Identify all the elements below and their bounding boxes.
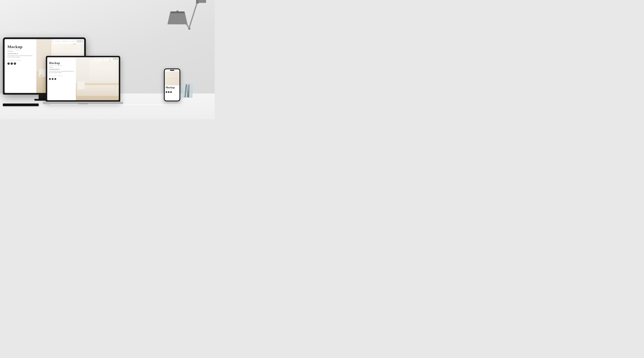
laptop-site-title: Mockup [49, 62, 74, 65]
pencil-2 [186, 84, 188, 97]
phone-social-pinterest[interactable]: P [166, 91, 167, 93]
monitor-social-facebook[interactable]: f [10, 63, 13, 65]
svg-line-0 [189, 2, 198, 29]
phone-social-facebook[interactable]: f [168, 91, 170, 93]
laptop-social-instagram[interactable]: O [54, 78, 56, 80]
laptop-nav-about[interactable]: ABOUT US [102, 59, 107, 59]
laptop-site-right: 🌿 🌿 CONTACT ABOUT US SHOP [76, 57, 119, 100]
monitor-site-hashtag: #YOURDESIGNHERE [8, 60, 34, 61]
phone-site-title: Mockup [166, 86, 178, 89]
laptop-body [43, 102, 123, 104]
laptop: Mockup LESS IS MORE Lorem ipsum dolor si… [46, 56, 120, 102]
phone-wrap: PLACE YOUR DESIGN HERE Mockup LESS IS MO… [164, 69, 180, 101]
laptop-site-left: Mockup LESS IS MORE Lorem ipsum dolor si… [47, 57, 76, 100]
scene: Mockup LESS IS MORE Lorem ipsum dolor si… [0, 0, 215, 119]
pencil-cup [182, 84, 192, 98]
phone-website: PLACE YOUR DESIGN HERE Mockup LESS IS MO… [165, 69, 180, 101]
laptop-site-divider [49, 67, 53, 67]
monitor-site-nav: CONTACT ABOUT US SHOP HOME [54, 39, 84, 43]
laptop-nav-home[interactable]: HOME [113, 58, 118, 60]
pencil-3 [188, 84, 189, 97]
pencil-holder [182, 84, 192, 101]
phone-screen: PLACE YOUR DESIGN HERE Mockup LESS IS MO… [165, 69, 180, 101]
monitor-site-subtitle: LESS IS MORE [8, 49, 34, 51]
phone-site-content: Mockup LESS IS MORE P f O [165, 85, 180, 101]
phone-social-icons: P f O [166, 91, 178, 93]
laptop-site-hashtag: #YOURDESIGNHERE [49, 75, 74, 76]
phone-site-subtitle: LESS IS MORE [166, 89, 178, 90]
laptop-social-icons: P f O [49, 78, 74, 80]
laptop-nav-shop[interactable]: SHOP [109, 59, 112, 59]
monitor-social-icons: P f O [8, 63, 34, 65]
desk-lamp [149, 0, 206, 50]
monitor-nav-home[interactable]: HOME [77, 40, 83, 42]
svg-point-3 [188, 28, 190, 30]
monitor-site-body: Lorem ipsum dolor sit amet, consectetur … [8, 55, 34, 58]
monitor-nav-contact[interactable]: CONTACT [55, 41, 60, 42]
phone: PLACE YOUR DESIGN HERE Mockup LESS IS MO… [164, 69, 180, 101]
monitor-social-instagram[interactable]: O [14, 63, 16, 65]
phone-social-instagram[interactable]: O [170, 91, 172, 93]
laptop-wrap: Mockup LESS IS MORE Lorem ipsum dolor si… [46, 56, 120, 104]
monitor-site-lead: Lorem ipsum dolor sit [8, 53, 34, 54]
flat-device [3, 104, 39, 106]
monitor-social-pinterest[interactable]: P [8, 63, 10, 65]
svg-marker-6 [170, 12, 184, 13]
monitor-site-left: Mockup LESS IS MORE Lorem ipsum dolor si… [4, 39, 36, 93]
laptop-room-bg: 🌿 🌿 [76, 57, 119, 100]
laptop-site-body: Lorem ipsum dolor sit amet, consectetur … [49, 71, 74, 74]
laptop-website: Mockup LESS IS MORE Lorem ipsum dolor si… [47, 57, 119, 100]
laptop-site-subtitle: LESS IS MORE [49, 65, 74, 66]
phone-placeholder-text: PLACE YOUR DESIGN HERE [166, 78, 178, 79]
pencil-1 [184, 84, 186, 97]
monitor-nav-shop[interactable]: SHOP [71, 41, 74, 42]
svg-rect-11 [198, 0, 206, 3]
monitor-site-divider [8, 52, 13, 52]
laptop-screen: Mockup LESS IS MORE Lorem ipsum dolor si… [47, 57, 119, 100]
laptop-nav-contact[interactable]: CONTACT [95, 59, 100, 59]
desk-paper [50, 104, 179, 105]
phone-notch-area [165, 69, 180, 71]
laptop-site-nav: CONTACT ABOUT US SHOP HOME [94, 57, 119, 61]
laptop-site-lead: Lorem ipsum dolor sit [49, 69, 74, 70]
laptop-social-facebook[interactable]: f [52, 78, 54, 80]
monitor-nav-about[interactable]: ABOUT US [63, 41, 69, 42]
phone-site-image: PLACE YOUR DESIGN HERE [165, 71, 180, 85]
monitor-site-title: Mockup [8, 45, 34, 49]
laptop-nav-div3 [112, 58, 112, 60]
laptop-social-pinterest[interactable]: P [49, 78, 51, 80]
